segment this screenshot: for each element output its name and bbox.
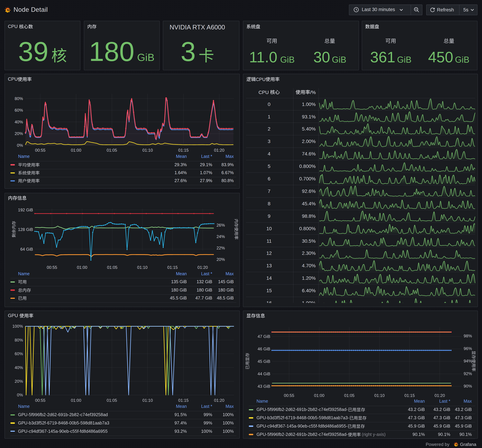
svg-text:40%: 40%: [15, 119, 23, 124]
svg-text:100%: 100%: [12, 324, 23, 328]
svg-text:40%: 40%: [15, 365, 23, 370]
svg-text:01:10: 01:10: [142, 148, 153, 152]
svg-text:20%: 20%: [15, 379, 23, 384]
svg-text:01:15: 01:15: [404, 393, 415, 398]
svg-text:64 GiB: 64 GiB: [20, 247, 33, 251]
svg-text:192 GiB: 192 GiB: [18, 207, 33, 212]
svg-text:01:05: 01:05: [107, 265, 117, 269]
svg-text:01:10: 01:10: [142, 398, 153, 402]
svg-text:01:20: 01:20: [197, 265, 208, 269]
svg-text:01:20: 01:20: [214, 148, 224, 152]
svg-text:01:15: 01:15: [167, 265, 177, 269]
svg-text:00:55: 00:55: [47, 265, 57, 269]
svg-text:90%: 90%: [464, 384, 472, 388]
svg-text:01:00: 01:00: [71, 398, 81, 402]
svg-text:60%: 60%: [15, 108, 23, 112]
svg-text:128 GiB: 128 GiB: [18, 227, 33, 232]
svg-text:0%: 0%: [17, 143, 23, 148]
svg-text:26%: 26%: [217, 223, 225, 227]
svg-text:46 GiB: 46 GiB: [258, 346, 270, 351]
svg-text:22%: 22%: [217, 245, 225, 250]
svg-text:24%: 24%: [217, 234, 225, 239]
svg-text:01:20: 01:20: [214, 398, 224, 402]
svg-text:20%: 20%: [217, 257, 225, 262]
svg-text:98%: 98%: [464, 334, 472, 338]
svg-text:20%: 20%: [15, 131, 23, 136]
svg-text:01:00: 01:00: [314, 393, 324, 398]
svg-text:80%: 80%: [15, 96, 23, 101]
svg-text:96%: 96%: [464, 346, 472, 351]
svg-text:47 GiB: 47 GiB: [258, 334, 270, 338]
svg-text:00:55: 00:55: [284, 393, 294, 398]
svg-text:01:15: 01:15: [178, 148, 188, 152]
svg-text:43 GiB: 43 GiB: [258, 384, 270, 388]
svg-text:01:00: 01:00: [77, 265, 87, 269]
svg-text:00:55: 00:55: [35, 398, 45, 402]
svg-text:01:05: 01:05: [106, 398, 117, 402]
svg-text:01:15: 01:15: [178, 398, 188, 402]
svg-text:80%: 80%: [15, 338, 23, 342]
svg-text:44 GiB: 44 GiB: [258, 371, 270, 376]
svg-text:45 GiB: 45 GiB: [258, 359, 270, 363]
svg-text:01:10: 01:10: [374, 393, 385, 398]
svg-text:01:10: 01:10: [137, 265, 147, 269]
svg-text:01:05: 01:05: [344, 393, 354, 398]
svg-text:0%: 0%: [17, 393, 23, 397]
svg-text:00:55: 00:55: [35, 148, 45, 152]
svg-text:01:20: 01:20: [434, 393, 445, 398]
svg-text:01:00: 01:00: [71, 148, 81, 152]
svg-text:60%: 60%: [15, 351, 23, 356]
svg-text:01:05: 01:05: [106, 148, 117, 152]
